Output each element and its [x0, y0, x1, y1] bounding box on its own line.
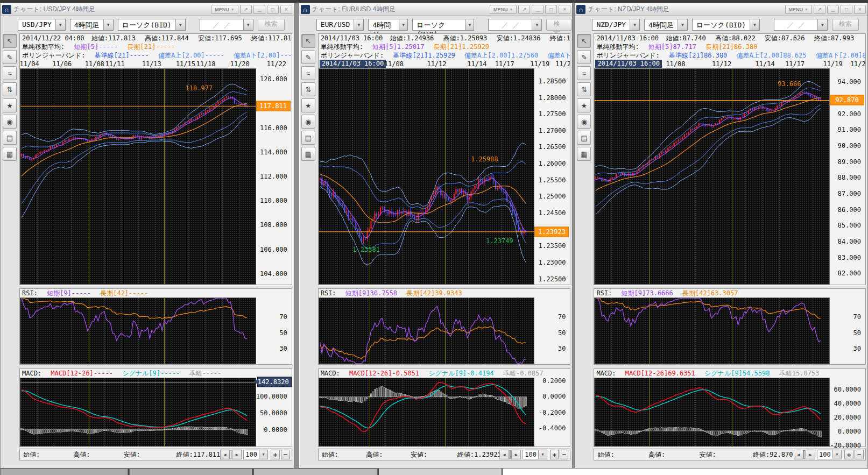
- macd-chart[interactable]: [319, 378, 535, 446]
- scale-settings-icon[interactable]: ⇅: [577, 82, 591, 96]
- macd-chart[interactable]: [20, 378, 256, 446]
- minimize-button[interactable]: ＿: [253, 5, 265, 14]
- taskbar-segment[interactable]: [503, 469, 868, 475]
- macd-chart[interactable]: [594, 378, 830, 446]
- zoom-out-button[interactable]: −: [855, 450, 864, 459]
- date-input[interactable]: ／ ／ ▼: [774, 19, 828, 31]
- sma-short-value: 87.717: [673, 43, 696, 51]
- scrollbar-thumb[interactable]: [803, 450, 805, 459]
- scale-settings-icon[interactable]: ⇅: [3, 82, 17, 96]
- bar-count-select[interactable]: 100 ▼: [817, 450, 842, 459]
- currency-pair-select[interactable]: EUR/USD ▼: [316, 19, 364, 31]
- price-type-select[interactable]: ローソク(BID) ▼: [412, 19, 474, 31]
- scroll-left-button[interactable]: ◀: [220, 450, 230, 459]
- line-chart-tool-icon[interactable]: ≈: [301, 66, 315, 80]
- popout-button[interactable]: ↗: [518, 5, 530, 14]
- scroll-left-button[interactable]: ◀: [794, 450, 803, 459]
- scroll-left-button[interactable]: ◀: [499, 450, 509, 459]
- bar-count-select[interactable]: 100 ▼: [243, 450, 268, 459]
- titlebar[interactable]: ∩ チャート: NZD/JPY 4時間足 MENU ▼ ↗ ＿ □ ×: [575, 3, 867, 16]
- y-tick-label: 1.28500: [539, 77, 566, 85]
- symbols-marks-icon[interactable]: ★: [577, 98, 591, 112]
- line-chart-tool-icon[interactable]: ≈: [577, 66, 591, 80]
- close-button[interactable]: ×: [280, 5, 292, 14]
- sma-long-value: -----: [156, 43, 175, 51]
- scrollbar-track[interactable]: [230, 450, 232, 459]
- sma-long-value: 86.380: [734, 43, 757, 51]
- date-input[interactable]: ／ ／ ▼: [200, 19, 253, 31]
- search-button[interactable]: 検索: [546, 19, 572, 31]
- zoom-in-button[interactable]: ＋: [550, 450, 559, 459]
- maximize-button[interactable]: □: [841, 5, 852, 14]
- scroll-right-button[interactable]: ▶: [232, 450, 242, 459]
- popout-button[interactable]: ↗: [814, 5, 825, 14]
- line-chart-tool-icon[interactable]: ≈: [3, 66, 17, 80]
- timeframe-select[interactable]: 4時間足 ▼: [644, 19, 688, 31]
- taskbar-segment[interactable]: [129, 469, 252, 475]
- taskbar-segment[interactable]: [253, 469, 378, 475]
- price-type-select[interactable]: ローソク(BID) ▼: [118, 19, 186, 31]
- timeframe-select[interactable]: 4時間足 ▼: [70, 19, 114, 31]
- menu-button[interactable]: MENU ▼: [785, 5, 812, 14]
- maximize-button[interactable]: □: [545, 5, 557, 14]
- zoom-out-button[interactable]: −: [560, 450, 568, 459]
- export-data-icon[interactable]: ▦: [301, 147, 315, 161]
- close-button[interactable]: ×: [559, 5, 570, 14]
- scroll-right-button[interactable]: ▶: [806, 450, 815, 459]
- chart-toolbar: NZD/JPY ▼ 4時間足 ▼ ローソク(BID) ▼ ／ ／ ▼ 検索: [575, 16, 867, 33]
- main-chart[interactable]: 118.977: [20, 68, 256, 285]
- titlebar[interactable]: ∩ チャート: EUR/USD 4時間足 MENU ▼ ↗ ＿ □ ×: [299, 3, 573, 16]
- currency-pair-select[interactable]: NZD/JPY ▼: [592, 19, 640, 31]
- menu-button[interactable]: MENU ▼: [211, 5, 238, 14]
- rsi-chart[interactable]: [319, 297, 535, 364]
- minimize-button[interactable]: ＿: [827, 5, 839, 14]
- main-chart[interactable]: 1.259881.235811.23749: [319, 68, 535, 285]
- minimize-button[interactable]: ＿: [532, 5, 544, 14]
- symbols-marks-icon[interactable]: ★: [3, 98, 17, 112]
- search-button[interactable]: 検索: [832, 19, 859, 31]
- scrollbar-track[interactable]: [803, 450, 806, 459]
- scrollbar-thumb[interactable]: [509, 450, 511, 459]
- zoom-in-button[interactable]: ＋: [844, 450, 853, 459]
- maximize-button[interactable]: □: [267, 5, 279, 14]
- cursor-tool-icon[interactable]: ↖: [577, 34, 591, 48]
- timeframe-select[interactable]: 4時間足 ▼: [368, 19, 408, 31]
- scrollbar-track[interactable]: [509, 450, 511, 459]
- date-input[interactable]: ／ ／ ▼: [488, 19, 542, 31]
- titlebar[interactable]: ∩ チャート: USD/JPY 4時間足 MENU ▼ ↗ ＿ □ ×: [1, 3, 294, 16]
- print-icon[interactable]: ▤: [3, 131, 17, 145]
- rsi-chart[interactable]: [594, 297, 830, 364]
- search-button[interactable]: 検索: [258, 19, 285, 31]
- close-button[interactable]: ×: [854, 5, 866, 14]
- visibility-eye-icon[interactable]: ◉: [3, 115, 17, 129]
- export-data-icon[interactable]: ▦: [577, 147, 591, 161]
- visibility-eye-icon[interactable]: ◉: [577, 115, 591, 129]
- popout-button[interactable]: ↗: [240, 5, 252, 14]
- rsi-chart[interactable]: [20, 297, 256, 364]
- macd-divergence-value: -----: [202, 370, 221, 377]
- y-tick-label: 50: [558, 329, 566, 337]
- y-tick-label: 1.27500: [539, 110, 566, 118]
- taskbar-segment[interactable]: [379, 469, 502, 475]
- export-data-icon[interactable]: ▦: [3, 147, 17, 161]
- zoom-in-button[interactable]: ＋: [271, 450, 280, 459]
- zoom-out-button[interactable]: −: [281, 450, 290, 459]
- symbols-marks-icon[interactable]: ★: [301, 98, 315, 112]
- main-chart[interactable]: 93.666: [594, 68, 830, 285]
- pencil-tool-icon[interactable]: ✎: [301, 50, 315, 64]
- print-icon[interactable]: ▤: [301, 131, 315, 145]
- bar-count-select[interactable]: 100 ▼: [523, 450, 547, 459]
- price-type-select[interactable]: ローソク(BID) ▼: [692, 19, 760, 31]
- scale-settings-icon[interactable]: ⇅: [301, 82, 315, 96]
- print-icon[interactable]: ▤: [577, 131, 591, 145]
- pencil-tool-icon[interactable]: ✎: [577, 50, 591, 64]
- visibility-eye-icon[interactable]: ◉: [301, 115, 315, 129]
- menu-button[interactable]: MENU ▼: [490, 5, 517, 14]
- taskbar-segment[interactable]: [0, 469, 128, 475]
- scrollbar-thumb[interactable]: [230, 450, 231, 459]
- cursor-tool-icon[interactable]: ↖: [301, 34, 315, 48]
- cursor-tool-icon[interactable]: ↖: [3, 34, 17, 48]
- scroll-right-button[interactable]: ▶: [511, 450, 521, 459]
- pencil-tool-icon[interactable]: ✎: [3, 50, 17, 64]
- currency-pair-select[interactable]: USD/JPY ▼: [18, 19, 66, 31]
